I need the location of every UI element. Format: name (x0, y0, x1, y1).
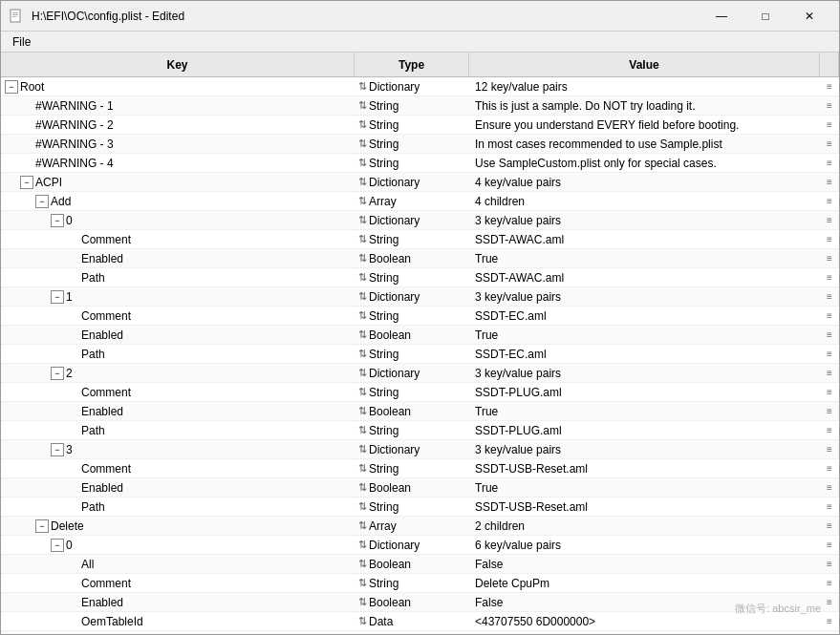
table-row[interactable]: Path⇅StringSSDT-PLUG.aml≡ (1, 421, 839, 440)
file-menu[interactable]: File (5, 33, 38, 51)
table-row[interactable]: #WARNING - 4⇅StringUse SampleCustom.plis… (1, 154, 839, 173)
key-label: ACPI (35, 176, 62, 189)
value-cell: This is just a sample. Do NOT try loadin… (469, 99, 820, 113)
table-row[interactable]: Comment⇅StringSSDT-EC.aml≡ (1, 307, 839, 326)
key-label: Add (51, 195, 71, 208)
type-label: String (369, 462, 398, 476)
action-cell[interactable]: ≡ (820, 349, 839, 359)
key-cell: −Add (1, 195, 355, 208)
key-cell: #WARNING - 2 (1, 118, 355, 132)
table-row[interactable]: #WARNING - 2⇅StringEnsure you understand… (1, 116, 839, 135)
table-row[interactable]: All⇅BooleanFalse≡ (1, 555, 839, 574)
tree-toggle[interactable]: − (35, 519, 49, 533)
table-body[interactable]: −Root⇅Dictionary12 key/value pairs≡#WARN… (1, 77, 839, 634)
action-cell[interactable]: ≡ (820, 234, 839, 244)
table-row[interactable]: Path⇅StringSSDT-USB-Reset.aml≡ (1, 497, 839, 517)
table-row[interactable]: −Add⇅Array4 children≡ (1, 192, 839, 211)
value-column-header: Value (469, 53, 820, 76)
tree-toggle[interactable]: − (51, 539, 64, 552)
key-label: Enabled (81, 328, 123, 342)
action-cell[interactable]: ≡ (820, 138, 839, 149)
table-row[interactable]: Comment⇅StringSSDT-AWAC.aml≡ (1, 230, 839, 249)
table-row[interactable]: OemTableId⇅Data<43707550 6D000000>≡ (1, 612, 839, 631)
action-cell[interactable]: ≡ (820, 177, 839, 187)
action-cell[interactable]: ≡ (820, 272, 839, 283)
action-cell[interactable]: ≡ (820, 597, 839, 607)
table-row[interactable]: Path⇅StringSSDT-AWAC.aml≡ (1, 268, 839, 287)
action-cell[interactable]: ≡ (820, 387, 839, 397)
table-row[interactable]: −3⇅Dictionary3 key/value pairs≡ (1, 440, 839, 459)
svg-rect-1 (12, 12, 18, 13)
action-cell[interactable]: ≡ (820, 253, 839, 264)
type-icon: ⇅ (358, 405, 367, 417)
table-row[interactable]: Enabled⇅BooleanFalse≡ (1, 593, 839, 612)
type-cell: ⇅String (355, 157, 469, 170)
type-label: String (369, 99, 398, 113)
type-label: String (369, 424, 398, 437)
minimize-button[interactable]: — (700, 1, 743, 32)
table-row[interactable]: Path⇅StringSSDT-EC.aml≡ (1, 345, 839, 364)
action-cell[interactable]: ≡ (820, 540, 839, 550)
action-cell[interactable]: ≡ (820, 616, 839, 626)
key-cell: TableLength (1, 634, 355, 635)
table-row[interactable]: −2⇅Dictionary3 key/value pairs≡ (1, 364, 839, 383)
table-row[interactable]: −Delete⇅Array2 children≡ (1, 517, 839, 536)
table-row[interactable]: Enabled⇅BooleanTrue≡ (1, 402, 839, 421)
value-cell: 3 key/value pairs (469, 443, 820, 456)
table-row[interactable]: −0⇅Dictionary3 key/value pairs≡ (1, 211, 839, 230)
table-row[interactable]: −1⇅Dictionary3 key/value pairs≡ (1, 287, 839, 307)
action-cell[interactable]: ≡ (820, 444, 839, 455)
action-cell[interactable]: ≡ (820, 463, 839, 474)
action-cell[interactable]: ≡ (820, 215, 839, 225)
table-row[interactable]: #WARNING - 3⇅StringIn most cases recomme… (1, 135, 839, 154)
type-cell: ⇅String (355, 138, 469, 151)
action-cell[interactable]: ≡ (820, 578, 839, 588)
tree-toggle[interactable]: − (51, 367, 64, 380)
tree-toggle[interactable]: − (35, 195, 49, 208)
action-cell[interactable]: ≡ (820, 501, 839, 512)
type-label: String (369, 118, 398, 132)
tree-toggle[interactable]: − (51, 290, 64, 304)
tree-toggle[interactable]: − (51, 443, 64, 456)
title-bar: H:\EFI\OC\config.plist - Edited — □ ✕ (1, 1, 839, 32)
table-row[interactable]: −0⇅Dictionary6 key/value pairs≡ (1, 536, 839, 555)
table-row[interactable]: #WARNING - 1⇅StringThis is just a sample… (1, 96, 839, 116)
table-row[interactable]: Comment⇅StringDelete CpuPm≡ (1, 574, 839, 593)
type-cell: ⇅String (355, 348, 469, 361)
action-cell[interactable]: ≡ (820, 368, 839, 378)
table-row[interactable]: TableLength⇅Number0≡ (1, 631, 839, 634)
close-button[interactable]: ✕ (787, 1, 831, 32)
action-cell[interactable]: ≡ (820, 310, 839, 321)
action-cell[interactable]: ≡ (820, 119, 839, 130)
tree-toggle[interactable]: − (20, 176, 33, 189)
tree-toggle[interactable]: − (5, 80, 18, 94)
type-label: Dictionary (369, 539, 420, 552)
table-row[interactable]: −Root⇅Dictionary12 key/value pairs≡ (1, 77, 839, 96)
action-cell[interactable]: ≡ (820, 425, 839, 435)
key-cell: −1 (1, 290, 355, 304)
action-cell[interactable]: ≡ (820, 482, 839, 493)
table-row[interactable]: Comment⇅StringSSDT-USB-Reset.aml≡ (1, 459, 839, 478)
key-cell: Enabled (1, 596, 355, 609)
table-row[interactable]: −ACPI⇅Dictionary4 key/value pairs≡ (1, 173, 839, 192)
tree-toggle[interactable]: − (51, 214, 64, 227)
action-cell[interactable]: ≡ (820, 196, 839, 206)
action-cell[interactable]: ≡ (820, 158, 839, 168)
action-cell[interactable]: ≡ (820, 559, 839, 569)
table-row[interactable]: Enabled⇅BooleanTrue≡ (1, 478, 839, 497)
action-cell[interactable]: ≡ (820, 406, 839, 416)
action-cell[interactable]: ≡ (820, 81, 839, 92)
table-row[interactable]: Enabled⇅BooleanTrue≡ (1, 249, 839, 268)
action-cell[interactable]: ≡ (820, 329, 839, 340)
key-label: 1 (66, 290, 73, 304)
action-cell[interactable]: ≡ (820, 100, 839, 111)
content-area: Key Type Value −Root⇅Dictionary12 key/va… (1, 53, 839, 634)
table-row[interactable]: Enabled⇅BooleanTrue≡ (1, 326, 839, 345)
action-cell[interactable]: ≡ (820, 291, 839, 302)
action-cell[interactable]: ≡ (820, 520, 839, 531)
type-icon: ⇅ (358, 195, 367, 207)
table-row[interactable]: Comment⇅StringSSDT-PLUG.aml≡ (1, 383, 839, 402)
value-cell: SSDT-AWAC.aml (469, 233, 820, 246)
type-icon: ⇅ (358, 596, 367, 608)
maximize-button[interactable]: □ (743, 1, 787, 32)
